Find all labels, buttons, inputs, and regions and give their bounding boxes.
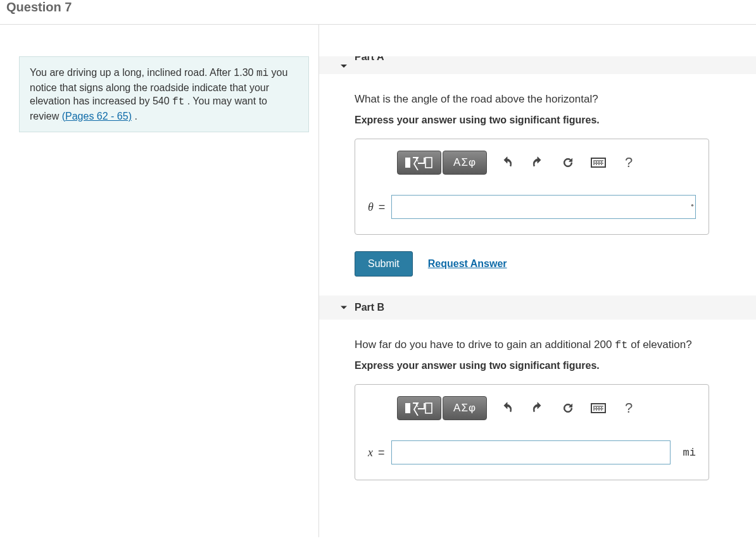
part-b-question-1: How far do you have to drive to gain an … xyxy=(355,339,615,351)
svg-rect-0 xyxy=(405,158,410,168)
part-b-answer-input[interactable] xyxy=(391,440,671,464)
part-a-variable: θ xyxy=(368,201,374,214)
part-b-instruction: Express your answer using two significan… xyxy=(355,360,756,371)
keyboard-icon xyxy=(591,158,606,168)
svg-rect-2 xyxy=(425,158,432,168)
template-icon: x xyxy=(405,400,433,416)
help-button[interactable]: ? xyxy=(617,151,640,174)
chevron-down-icon xyxy=(341,306,347,309)
svg-rect-3 xyxy=(405,403,410,413)
part-b-label: Part B xyxy=(355,302,384,313)
part-b-body: How far do you have to drive to gain an … xyxy=(319,339,756,499)
equals-sign: = xyxy=(379,201,386,214)
part-b-question-2: of elevation? xyxy=(628,339,692,351)
problem-pane: You are driving up a long, inclined road… xyxy=(0,25,319,537)
greek-label: ΑΣφ xyxy=(453,156,476,169)
keyboard-button[interactable] xyxy=(587,397,610,420)
template-icon: x xyxy=(405,154,433,171)
chevron-down-icon xyxy=(341,65,347,68)
part-a-toolbar: x ΑΣφ xyxy=(368,151,696,175)
reset-button[interactable] xyxy=(557,151,579,174)
help-button[interactable]: ? xyxy=(617,397,640,420)
problem-text-4: . xyxy=(132,111,137,121)
submit-button[interactable]: Submit xyxy=(355,251,413,277)
problem-text-1: You are driving up a long, inclined road… xyxy=(30,67,256,78)
part-b-answer-box: x ΑΣφ xyxy=(355,384,709,480)
greek-symbols-button[interactable]: ΑΣφ xyxy=(443,396,487,420)
undo-button[interactable] xyxy=(496,151,519,174)
redo-button[interactable] xyxy=(526,397,549,420)
reset-button[interactable] xyxy=(557,397,579,420)
degree-unit: ∘ xyxy=(690,201,695,209)
part-a-header[interactable]: Part A xyxy=(319,56,756,74)
equals-sign: = xyxy=(378,446,385,459)
problem-unit-1: mi xyxy=(256,68,268,79)
part-b-question: How far do you have to drive to gain an … xyxy=(355,339,756,351)
part-b-variable: x xyxy=(368,446,373,459)
answer-pane: Part A What is the angle of the road abo… xyxy=(319,25,756,537)
part-a-label: Part A xyxy=(355,56,384,63)
part-b-question-unit: ft xyxy=(615,339,627,351)
part-b-toolbar: x ΑΣφ xyxy=(368,396,696,420)
part-b-input-row: x = mi xyxy=(368,440,696,464)
part-a-answer-box: x ΑΣφ xyxy=(355,139,709,235)
part-a-answer-input[interactable] xyxy=(391,195,696,219)
request-answer-link[interactable]: Request Answer xyxy=(428,258,507,270)
review-pages-link[interactable]: (Pages 62 - 65) xyxy=(62,111,132,121)
problem-unit-2: ft xyxy=(172,96,184,108)
question-header: Question 7 xyxy=(0,0,756,25)
part-a-body: What is the angle of the road above the … xyxy=(319,93,756,296)
keyboard-icon xyxy=(591,403,606,413)
redo-button[interactable] xyxy=(526,151,549,174)
greek-symbols-button[interactable]: ΑΣφ xyxy=(443,151,487,175)
part-b-header[interactable]: Part B xyxy=(319,296,756,320)
templates-button[interactable]: x xyxy=(397,396,441,420)
part-a-input-row: θ = xyxy=(368,195,696,219)
part-b-unit: mi xyxy=(683,447,696,459)
svg-rect-5 xyxy=(425,403,432,413)
part-a-instruction: Express your answer using two significan… xyxy=(355,115,756,126)
templates-button[interactable]: x xyxy=(397,151,441,175)
undo-button[interactable] xyxy=(496,397,519,420)
keyboard-button[interactable] xyxy=(587,151,610,174)
part-a-actions: Submit Request Answer xyxy=(355,251,756,277)
main-container: You are driving up a long, inclined road… xyxy=(0,25,756,537)
problem-statement: You are driving up a long, inclined road… xyxy=(19,56,309,132)
greek-label: ΑΣφ xyxy=(453,402,476,414)
part-a-question: What is the angle of the road above the … xyxy=(355,93,756,106)
